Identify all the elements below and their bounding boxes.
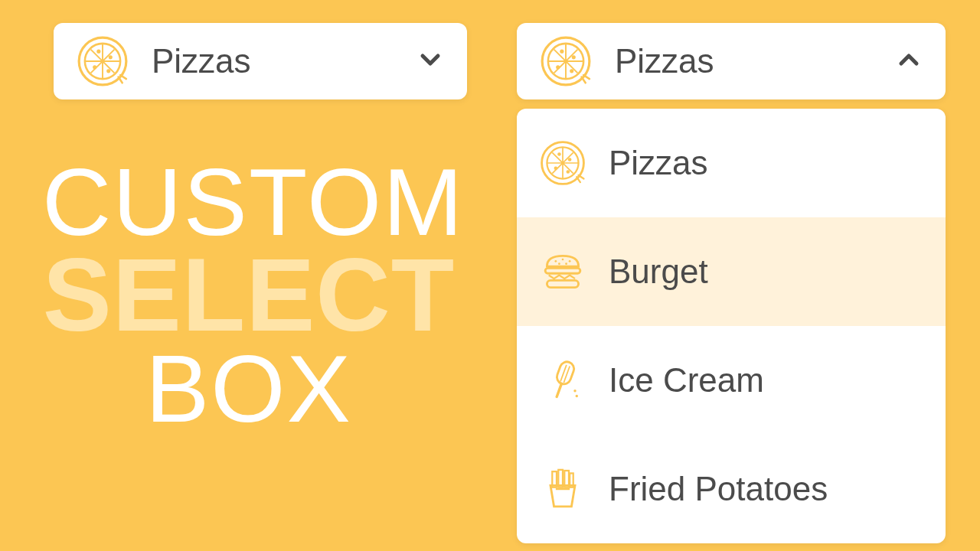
option-burget[interactable]: Burget [517,217,946,326]
option-ice-cream[interactable]: Ice Cream [517,326,946,435]
title-line-3: BOX [42,344,456,434]
pizza-icon [75,34,130,89]
option-label: Fried Potatoes [609,470,828,508]
select-open-header[interactable]: Pizzas [517,23,946,99]
chevron-up-icon [893,44,924,78]
select-open-label: Pizzas [615,42,714,80]
pizza-icon [538,34,593,89]
option-label: Ice Cream [609,361,764,399]
title-line-2: SELECT [42,247,456,344]
title-line-1: CUSTOM [42,157,456,247]
chevron-down-icon [415,44,446,78]
pizza-icon [538,139,587,187]
option-pizzas[interactable]: Pizzas [517,109,946,217]
option-label: Pizzas [609,144,708,182]
icecream-icon [538,356,587,405]
option-fried-potatoes[interactable]: Fried Potatoes [517,435,946,543]
select-dropdown: Pizzas Burget Ice Cream Fried Potatoes [517,109,946,543]
page-title: CUSTOM SELECT BOX [42,157,456,434]
fries-icon [538,465,587,514]
select-closed-label: Pizzas [152,42,251,80]
option-label: Burget [609,253,708,291]
select-closed[interactable]: Pizzas [54,23,467,99]
burger-icon [538,247,587,296]
